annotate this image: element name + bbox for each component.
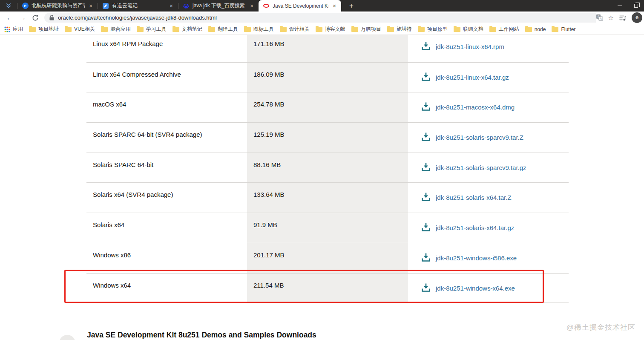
download-link[interactable]: jdk-8u251-solaris-x64.tar.Z bbox=[436, 194, 512, 201]
file-size-cell: 171.16 MB bbox=[247, 35, 408, 62]
product-cell: macOS x64 bbox=[86, 92, 247, 122]
folder-icon bbox=[418, 27, 425, 32]
bookmark-label: 项目地址 bbox=[38, 26, 59, 33]
new-tab-button[interactable]: + bbox=[346, 2, 356, 10]
bookmark-folder[interactable]: 学习工具 bbox=[137, 26, 167, 33]
restore-button[interactable] bbox=[628, 0, 644, 12]
download-icon[interactable] bbox=[421, 252, 431, 262]
table-row: Solaris x64 91.9 MB jdk-8u251-solaris-x6… bbox=[86, 213, 569, 243]
bookmark-folder[interactable]: 设计相关 bbox=[280, 26, 310, 33]
jdk-download-table: Linux x64 RPM Package 171.16 MB jdk-8u25… bbox=[86, 35, 569, 303]
media-controls-icon[interactable] bbox=[619, 14, 627, 21]
download-icon[interactable] bbox=[421, 192, 431, 202]
bookmark-folder[interactable]: node bbox=[525, 26, 546, 32]
download-icon[interactable] bbox=[421, 132, 431, 142]
close-icon[interactable]: ✕ bbox=[331, 3, 338, 9]
bookmark-folder[interactable]: 联调文档 bbox=[454, 26, 483, 33]
bookmarks-bar: 应用 项目地址 VUE相关 混合应用 bbox=[0, 24, 644, 35]
bookmark-label: 博客文献 bbox=[325, 26, 345, 33]
bookmark-folder[interactable]: Flutter bbox=[552, 26, 575, 32]
close-icon[interactable]: ✕ bbox=[168, 3, 175, 9]
lock-icon bbox=[49, 15, 54, 20]
file-size-cell: 133.64 MB bbox=[247, 183, 408, 213]
product-cell: Solaris x64 bbox=[86, 213, 247, 243]
download-icon[interactable] bbox=[421, 41, 431, 51]
folder-icon bbox=[137, 27, 144, 32]
download-link[interactable]: jdk-8u251-linux-x64.tar.gz bbox=[436, 74, 509, 81]
svg-text:A: A bbox=[600, 17, 602, 20]
close-icon[interactable]: ✕ bbox=[248, 3, 255, 9]
bookmark-label: Flutter bbox=[561, 26, 575, 32]
product-cell: Solaris SPARC 64-bit bbox=[86, 153, 247, 183]
bookmark-label: 应用 bbox=[13, 26, 23, 33]
bookmark-label: VUE相关 bbox=[74, 26, 95, 33]
download-link[interactable]: jdk-8u251-solaris-sparcv9.tar.gz bbox=[436, 164, 526, 171]
tab-title: java jdk 下载_百度搜索 bbox=[193, 2, 246, 9]
reload-button[interactable] bbox=[29, 14, 42, 21]
product-cell: Linux x64 RPM Package bbox=[86, 35, 247, 62]
bookmark-folder[interactable]: 项目原型 bbox=[418, 26, 448, 33]
bookmark-label: 文档笔记 bbox=[182, 26, 202, 33]
back-button[interactable]: ← bbox=[3, 14, 16, 22]
download-link[interactable]: jdk-8u251-linux-x64.rpm bbox=[436, 43, 504, 50]
file-size-cell: 186.09 MB bbox=[247, 63, 408, 92]
bookmark-folder[interactable]: VUE相关 bbox=[65, 26, 95, 33]
download-link[interactable]: jdk-8u251-solaris-sparcv9.tar.Z bbox=[436, 134, 523, 141]
download-icon[interactable] bbox=[421, 282, 431, 293]
download-cell: jdk-8u251-macosx-x64.dmg bbox=[408, 92, 569, 122]
bookmark-folder[interactable]: 混合应用 bbox=[101, 26, 131, 33]
tab-baidu-search[interactable]: java jdk 下载_百度搜索 ✕ bbox=[178, 0, 259, 12]
file-size-cell: 125.19 MB bbox=[247, 123, 408, 153]
product-cell: Solaris x64 (SVR4 package) bbox=[86, 183, 247, 213]
download-cell: jdk-8u251-windows-x64.exe bbox=[408, 274, 569, 303]
download-icon[interactable] bbox=[421, 162, 431, 172]
bookmark-folder[interactable]: 工作网站 bbox=[489, 26, 519, 33]
close-icon[interactable]: ✕ bbox=[87, 3, 94, 9]
download-link[interactable]: jdk-8u251-windows-i586.exe bbox=[436, 254, 517, 262]
download-icon[interactable] bbox=[421, 72, 431, 82]
url-text[interactable]: oracle.com/java/technologies/javase/java… bbox=[58, 14, 217, 21]
download-link[interactable]: jdk-8u251-windows-x64.exe bbox=[436, 285, 515, 292]
download-link[interactable]: jdk-8u251-macosx-x64.dmg bbox=[436, 104, 515, 111]
tab-youdao-note[interactable]: 有道云笔记 ✕ bbox=[98, 0, 178, 12]
table-row: Solaris x64 (SVR4 package) 133.64 MB jdk… bbox=[86, 182, 569, 213]
bookmark-folder[interactable]: 万腾项目 bbox=[351, 26, 381, 33]
file-size-cell: 201.17 MB bbox=[247, 243, 408, 273]
profile-avatar[interactable]: e bbox=[632, 12, 642, 23]
restore-icon bbox=[634, 4, 638, 8]
minimize-button[interactable] bbox=[612, 0, 628, 12]
bookmark-folder[interactable]: 图标工具 bbox=[244, 26, 274, 33]
download-icon[interactable] bbox=[421, 222, 431, 232]
url-bar[interactable]: oracle.com/java/technologies/javase/java… bbox=[44, 13, 605, 23]
bookmark-apps[interactable]: 应用 bbox=[4, 26, 23, 33]
product-cell: Solaris SPARC 64-bit (SVR4 package) bbox=[86, 123, 247, 153]
bookmark-folder[interactable]: 项目地址 bbox=[29, 26, 59, 33]
bookmark-folder[interactable]: 文档笔记 bbox=[172, 26, 202, 33]
table-row: Windows x86 201.17 MB jdk-8u251-windows-… bbox=[86, 243, 569, 273]
folder-icon bbox=[244, 27, 251, 32]
tab-oracle-jdk-downloads[interactable]: Java SE Development Kit 8 - D ✕ bbox=[259, 0, 341, 12]
bookmark-folder[interactable]: 施塔特 bbox=[387, 26, 412, 33]
translate-icon[interactable]: 文A bbox=[596, 14, 603, 21]
double-chevron-down-icon[interactable] bbox=[0, 0, 17, 12]
table-row: Linux x64 Compressed Archive 186.09 MB j… bbox=[86, 62, 569, 92]
folder-icon bbox=[387, 27, 394, 32]
tab-caigou-site[interactable]: e 北航杭研院采购与资产管理部 ✕ bbox=[17, 0, 98, 12]
folder-icon bbox=[552, 27, 558, 32]
download-cell: jdk-8u251-windows-i586.exe bbox=[408, 243, 569, 273]
folder-icon bbox=[454, 27, 460, 32]
forward-button: → bbox=[16, 14, 29, 22]
download-link[interactable]: jdk-8u251-solaris-x64.tar.gz bbox=[436, 224, 514, 231]
folder-icon bbox=[489, 27, 496, 32]
browser-window: e 北航杭研院采购与资产管理部 ✕ 有道云笔记 ✕ java jdk 下载_百度… bbox=[0, 0, 644, 340]
product-cell: Linux x64 Compressed Archive bbox=[86, 63, 247, 92]
bookmark-folder[interactable]: 博客文献 bbox=[316, 26, 345, 33]
download-cell: jdk-8u251-solaris-x64.tar.Z bbox=[408, 183, 569, 213]
download-icon[interactable] bbox=[421, 101, 431, 112]
folder-icon bbox=[525, 27, 532, 32]
bookmark-star-icon[interactable]: ☆ bbox=[608, 14, 614, 22]
blue-circle-site-icon: e bbox=[22, 3, 29, 9]
bookmark-folder[interactable]: 翻译工具 bbox=[208, 26, 238, 33]
bookmark-label: 学习工具 bbox=[146, 26, 167, 33]
folder-icon bbox=[280, 27, 287, 32]
